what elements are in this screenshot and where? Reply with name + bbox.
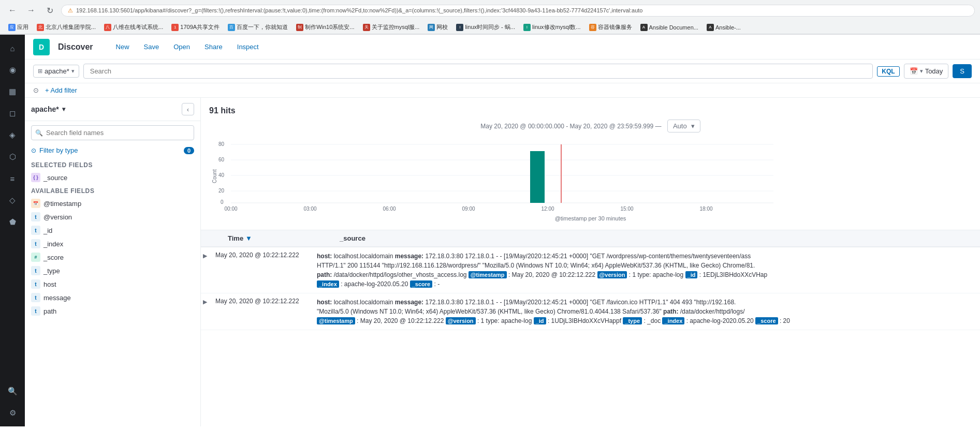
nav-icon-maps[interactable]: ◈	[3, 126, 22, 144]
search-bar[interactable]	[83, 64, 873, 79]
nav-icon-discover[interactable]: 🔍	[3, 382, 22, 401]
svg-text:0: 0	[221, 199, 224, 205]
svg-text:09:00: 09:00	[462, 206, 475, 212]
time-column-header[interactable]: Time ▼	[228, 234, 331, 242]
svg-text:60: 60	[218, 157, 225, 162]
svg-text:80: 80	[218, 141, 225, 147]
field-type-t-icon: t	[31, 293, 40, 302]
field-item-host[interactable]: t host	[25, 277, 200, 291]
field-type-t-icon: t	[31, 239, 40, 248]
score-badge: _score	[755, 317, 778, 324]
open-button[interactable]: Open	[167, 40, 196, 54]
field-item-id[interactable]: t _id	[25, 224, 200, 237]
bookmark-item[interactable]: 容容器镜像服务	[586, 22, 635, 32]
bookmark-item[interactable]: 制制作Win10系统安...	[293, 22, 357, 32]
svg-text:Count: Count	[212, 169, 217, 183]
reload-button[interactable]: ↻	[42, 3, 57, 18]
svg-text:12:00: 12:00	[541, 206, 554, 212]
date-picker[interactable]: 📅 ▾ Today	[904, 64, 949, 79]
nav-icon-home[interactable]: ⌂	[3, 39, 22, 57]
back-button[interactable]: ←	[5, 3, 20, 18]
table-row[interactable]: ▶ May 20, 2020 @ 10:22:12.222 host: loca…	[201, 293, 980, 330]
field-type-num-icon: #	[31, 253, 40, 262]
bookmarks-bar: 应应用北北京八维集团学院...八八维在线考试系统...11709A共享文件百百度…	[0, 21, 980, 34]
bookmark-item[interactable]: 八八维在线考试系统...	[101, 22, 166, 32]
forward-button[interactable]: →	[24, 3, 38, 18]
field-name-type: _type	[43, 267, 60, 275]
expand-row-icon[interactable]: ▶	[201, 293, 211, 330]
bookmark-item[interactable]: 11709A共享文件	[168, 22, 223, 32]
source-column-header: _source	[340, 234, 972, 242]
filter-icon: ⊙	[31, 147, 36, 154]
field-name-index: _index	[43, 240, 63, 248]
hits-number: 91	[209, 106, 218, 115]
refresh-button[interactable]: S	[953, 64, 972, 78]
index-badge: _index	[317, 280, 339, 288]
collapse-sidebar-button[interactable]: ‹	[182, 103, 194, 115]
app-wrapper: ⌂◉▦◻◈⬡≡◇⬟🔍⚙ D Discover New Save Open Sha…	[0, 35, 980, 426]
date-range-text: May 20, 2020 @ 00:00:00.000 - May 20, 20…	[480, 123, 653, 130]
add-filter-button[interactable]: + Add filter	[43, 85, 79, 95]
filter-count-badge: 0	[184, 147, 194, 154]
field-type-source-icon: { }	[31, 173, 40, 182]
bookmark-item[interactable]: AAnsible Documen...	[637, 23, 701, 32]
nav-icon-visualize[interactable]: ◉	[3, 61, 22, 79]
index-pattern-name-btn[interactable]: apache* ▾	[31, 105, 65, 113]
field-item-type[interactable]: t _type	[25, 264, 200, 277]
search-input[interactable]	[90, 67, 867, 75]
nav-icon-siem[interactable]: ⬟	[3, 213, 22, 231]
index-pattern-selector[interactable]: ⊞ apache* ▾	[33, 65, 79, 78]
table-row[interactable]: ▶ May 20, 2020 @ 10:22:12.222 host: loca…	[201, 247, 980, 293]
nav-icon-apm[interactable]: ◇	[3, 191, 22, 210]
auto-label: Auto	[673, 122, 687, 130]
bookmark-item[interactable]: AAnsible-...	[704, 23, 744, 32]
field-name-version: @version	[43, 213, 72, 221]
field-search-input[interactable]	[31, 125, 194, 140]
chevron-down-icon: ▾	[71, 68, 75, 75]
new-button[interactable]: New	[110, 40, 136, 54]
address-text: 192.168.116.130:5601/app/kibana#/discove…	[76, 7, 642, 13]
field-item-score[interactable]: # _score	[25, 250, 200, 264]
sidebar-nav: ⌂◉▦◻◈⬡≡◇⬟🔍⚙	[0, 35, 25, 426]
bookmark-item[interactable]: llinux修改mysql数...	[520, 22, 584, 32]
index-pattern-text: apache*	[31, 105, 59, 113]
bookmark-item[interactable]: llinux时间同步 - 蜗...	[453, 22, 518, 32]
field-item-index[interactable]: t _index	[25, 237, 200, 250]
auto-dropdown[interactable]: Auto ▾	[667, 120, 700, 132]
row-source: host: localhost.localdomain message: 172…	[313, 293, 980, 330]
row-time: May 20, 2020 @ 10:22:12.222	[211, 293, 313, 330]
field-item-timestamp[interactable]: 📅 @timestamp	[25, 197, 200, 210]
kql-badge[interactable]: KQL	[877, 66, 899, 77]
expand-row-icon[interactable]: ▶	[201, 247, 211, 293]
row-source: host: localhost.localdomain message: 172…	[313, 247, 980, 293]
nav-icon-settings[interactable]: ⚙	[3, 404, 22, 422]
field-item-source[interactable]: { } _source	[25, 171, 200, 184]
svg-text:06:00: 06:00	[383, 206, 396, 212]
table-header: Time ▼ _source	[201, 230, 980, 247]
field-name-score: _score	[43, 254, 64, 261]
score-badge: _score	[410, 280, 432, 288]
filter-by-type-button[interactable]: ⊙ Filter by type	[31, 146, 78, 154]
bookmark-item[interactable]: 关关于监控mysql服...	[360, 22, 423, 32]
nav-icon-canvas[interactable]: ◻	[3, 104, 22, 123]
save-button[interactable]: Save	[138, 40, 166, 54]
field-search[interactable]: 🔍	[31, 125, 194, 140]
bookmark-item[interactable]: 应应用	[5, 22, 32, 32]
index-pattern-label: ⊞	[38, 68, 42, 75]
available-fields-title: Available fields	[25, 184, 200, 197]
id-badge: _id	[534, 317, 546, 324]
bookmark-item[interactable]: 网网校	[425, 22, 451, 32]
field-type-t-icon: t	[31, 266, 40, 275]
share-button[interactable]: Share	[198, 40, 229, 54]
kibana-header: D Discover New Save Open Share Inspect	[25, 35, 980, 60]
nav-icon-dashboard[interactable]: ▦	[3, 82, 22, 101]
nav-icon-ml[interactable]: ⬡	[3, 147, 22, 166]
inspect-button[interactable]: Inspect	[231, 40, 265, 54]
field-item-version[interactable]: t @version	[25, 210, 200, 224]
nav-icon-logs[interactable]: ≡	[3, 169, 22, 188]
field-item-path[interactable]: t path	[25, 304, 200, 318]
bookmark-item[interactable]: 北北京八维集团学院...	[34, 22, 99, 32]
bookmark-item[interactable]: 百百度一下，你就知道	[225, 22, 291, 32]
field-item-message[interactable]: t message	[25, 291, 200, 304]
address-bar[interactable]: ⚠ 192.168.116.130:5601/app/kibana#/disco…	[61, 5, 975, 17]
